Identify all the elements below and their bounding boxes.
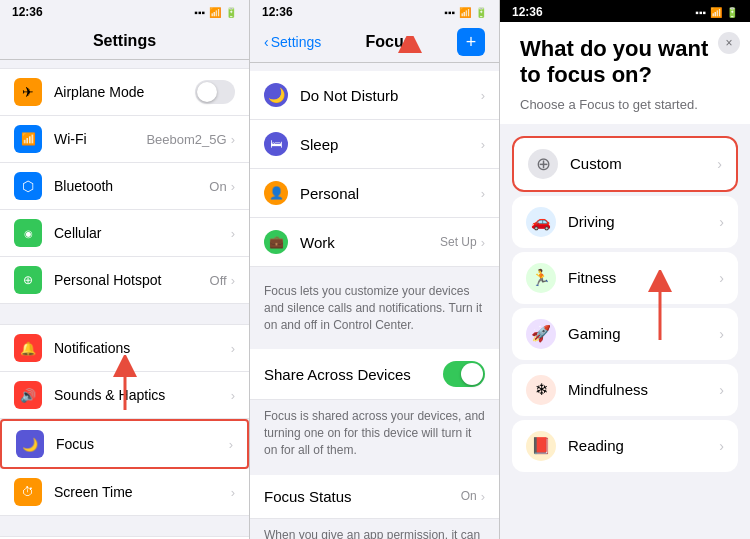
focus-option-personal[interactable]: 👤 Personal › — [250, 169, 499, 218]
spacer4 — [250, 467, 499, 475]
screentime-icon: ⏱ — [14, 478, 42, 506]
wifi-icon-2: 📶 — [459, 7, 471, 18]
wifi-value: Beebom2_5G — [146, 132, 226, 147]
cellular-chevron: › — [231, 226, 235, 241]
airplane-toggle[interactable] — [195, 80, 235, 104]
personal-label: Personal — [300, 185, 477, 202]
reading-icon: 📕 — [526, 431, 556, 461]
status-icons-2: ▪▪▪ 📶 🔋 — [444, 7, 487, 18]
settings-item-wifi[interactable]: 📶 Wi-Fi Beebom2_5G › — [0, 116, 249, 163]
bluetooth-icon: ⬡ — [14, 172, 42, 200]
spacer3 — [250, 341, 499, 349]
status-description: When you give an app permission, it can … — [250, 519, 499, 539]
screentime-chevron: › — [231, 485, 235, 500]
status-time-3: 12:36 — [512, 5, 543, 19]
focus-option-work[interactable]: 💼 Work Set Up › — [250, 218, 499, 267]
gaming-label: Gaming — [568, 325, 719, 342]
settings-item-airplane[interactable]: ✈ Airplane Mode — [0, 68, 249, 116]
focus-list-item-gaming[interactable]: 🚀 Gaming › — [512, 308, 738, 360]
custom-label: Custom — [570, 155, 717, 172]
mindfulness-chevron: › — [719, 382, 724, 398]
cellular-label: Cellular — [54, 225, 231, 241]
status-label: Focus Status — [264, 488, 461, 505]
fitness-icon: 🏃 — [526, 263, 556, 293]
focus-list-item-reading[interactable]: 📕 Reading › — [512, 420, 738, 472]
focus-icon: 🌙 — [16, 430, 44, 458]
focus-items-list[interactable]: ⊕ Custom › 🚗 Driving › 🏃 Fitness › 🚀 Gam… — [500, 124, 750, 539]
focus-list-item-driving[interactable]: 🚗 Driving › — [512, 196, 738, 248]
spacer2 — [250, 267, 499, 275]
hotspot-icon: ⊕ — [14, 266, 42, 294]
settings-item-screentime[interactable]: ⏱ Screen Time › — [0, 469, 249, 516]
settings-item-cellular[interactable]: ◉ Cellular › — [0, 210, 249, 257]
status-icons-3: ▪▪▪ 📶 🔋 — [695, 7, 738, 18]
close-button[interactable]: × — [718, 32, 740, 54]
signal-icon-3: ▪▪▪ — [695, 7, 706, 18]
sounds-label: Sounds & Haptics — [54, 387, 231, 403]
bluetooth-label: Bluetooth — [54, 178, 209, 194]
gaming-chevron: › — [719, 326, 724, 342]
status-time-2: 12:36 — [262, 5, 293, 19]
mindfulness-icon: ❄ — [526, 375, 556, 405]
focus-share-item[interactable]: Share Across Devices — [250, 349, 499, 400]
custom-icon: ⊕ — [528, 149, 558, 179]
driving-chevron: › — [719, 214, 724, 230]
fitness-label: Fitness — [568, 269, 719, 286]
focus-label: Focus — [56, 436, 229, 452]
share-toggle[interactable] — [443, 361, 485, 387]
status-chevron: › — [481, 489, 485, 504]
sleep-icon: 🛏 — [264, 132, 288, 156]
focus-choice-title: What do you want to focus on? — [520, 36, 730, 89]
focus-add-button[interactable]: + — [457, 28, 485, 56]
settings-group-connectivity: ✈ Airplane Mode 📶 Wi-Fi Beebom2_5G › ⬡ B… — [0, 68, 249, 304]
bluetooth-value: On — [209, 179, 226, 194]
focus-chevron: › — [229, 437, 233, 452]
screentime-label: Screen Time — [54, 484, 231, 500]
work-badge: Set Up — [440, 235, 477, 249]
focus-list-item-custom[interactable]: ⊕ Custom › — [512, 136, 738, 192]
focus-choice-subtitle: Choose a Focus to get started. — [520, 97, 730, 112]
settings-item-notifications[interactable]: 🔔 Notifications › — [0, 324, 249, 372]
work-label: Work — [300, 234, 440, 251]
wifi-label: Wi-Fi — [54, 131, 146, 147]
focus-options-list[interactable]: 🌙 Do Not Disturb › 🛏 Sleep › 👤 Personal … — [250, 63, 499, 539]
settings-item-hotspot[interactable]: ⊕ Personal Hotspot Off › — [0, 257, 249, 304]
cellular-icon: ◉ — [14, 219, 42, 247]
back-label: Settings — [271, 34, 322, 50]
focus-back-button[interactable]: ‹ Settings — [264, 34, 321, 50]
work-icon: 💼 — [264, 230, 288, 254]
focus-list-item-mindfulness[interactable]: ❄ Mindfulness › — [512, 364, 738, 416]
focus-option-dnd[interactable]: 🌙 Do Not Disturb › — [250, 71, 499, 120]
battery-icon-3: 🔋 — [726, 7, 738, 18]
share-label: Share Across Devices — [264, 366, 443, 383]
battery-icon-2: 🔋 — [475, 7, 487, 18]
focus-list-item-fitness[interactable]: 🏃 Fitness › — [512, 252, 738, 304]
settings-item-sounds[interactable]: 🔊 Sounds & Haptics › — [0, 372, 249, 419]
dnd-icon: 🌙 — [264, 83, 288, 107]
settings-title: Settings — [54, 32, 195, 50]
gaming-icon: 🚀 — [526, 319, 556, 349]
status-value: On — [461, 489, 477, 503]
focus-status-item[interactable]: Focus Status On › — [250, 475, 499, 519]
sleep-chevron: › — [481, 137, 485, 152]
focus-choice-header: × What do you want to focus on? Choose a… — [500, 22, 750, 124]
settings-item-focus[interactable]: 🌙 Focus › — [0, 419, 249, 469]
settings-item-bluetooth[interactable]: ⬡ Bluetooth On › — [0, 163, 249, 210]
wifi-icon: 📶 — [209, 7, 221, 18]
focus-choice-panel: 12:36 ▪▪▪ 📶 🔋 × What do you want to focu… — [500, 0, 750, 539]
settings-list[interactable]: ✈ Airplane Mode 📶 Wi-Fi Beebom2_5G › ⬡ B… — [0, 60, 249, 539]
signal-icon: ▪▪▪ — [194, 7, 205, 18]
wifi-icon-3: 📶 — [710, 7, 722, 18]
airplane-label: Airplane Mode — [54, 84, 195, 100]
personal-chevron: › — [481, 186, 485, 201]
notifications-label: Notifications — [54, 340, 231, 356]
wifi-icon: 📶 — [14, 125, 42, 153]
status-bar-2: 12:36 ▪▪▪ 📶 🔋 — [250, 0, 499, 22]
notifications-icon: 🔔 — [14, 334, 42, 362]
focus-option-sleep[interactable]: 🛏 Sleep › — [250, 120, 499, 169]
settings-panel: 12:36 ▪▪▪ 📶 🔋 Settings ✈ Airplane Mode 📶… — [0, 0, 250, 539]
share-description: Focus is shared across your devices, and… — [250, 400, 499, 466]
reading-label: Reading — [568, 437, 719, 454]
dnd-label: Do Not Disturb — [300, 87, 481, 104]
airplane-icon: ✈ — [14, 78, 42, 106]
